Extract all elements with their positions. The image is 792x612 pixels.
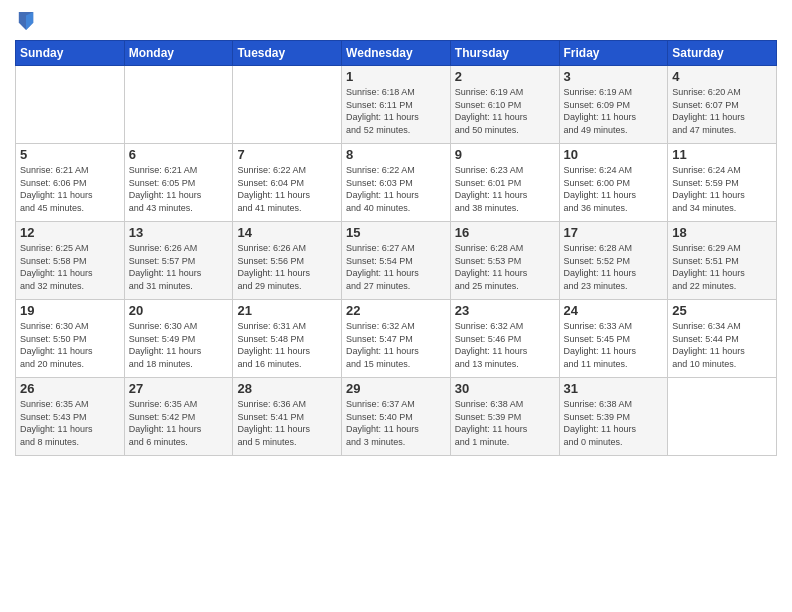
day-number: 27	[129, 381, 229, 396]
calendar-cell: 10Sunrise: 6:24 AM Sunset: 6:00 PM Dayli…	[559, 144, 668, 222]
day-info: Sunrise: 6:18 AM Sunset: 6:11 PM Dayligh…	[346, 86, 446, 136]
day-number: 5	[20, 147, 120, 162]
day-info: Sunrise: 6:36 AM Sunset: 5:41 PM Dayligh…	[237, 398, 337, 448]
calendar-cell: 11Sunrise: 6:24 AM Sunset: 5:59 PM Dayli…	[668, 144, 777, 222]
header-day: Wednesday	[342, 41, 451, 66]
calendar-cell: 15Sunrise: 6:27 AM Sunset: 5:54 PM Dayli…	[342, 222, 451, 300]
calendar-cell: 4Sunrise: 6:20 AM Sunset: 6:07 PM Daylig…	[668, 66, 777, 144]
calendar-cell: 29Sunrise: 6:37 AM Sunset: 5:40 PM Dayli…	[342, 378, 451, 456]
day-info: Sunrise: 6:37 AM Sunset: 5:40 PM Dayligh…	[346, 398, 446, 448]
day-info: Sunrise: 6:28 AM Sunset: 5:53 PM Dayligh…	[455, 242, 555, 292]
day-info: Sunrise: 6:34 AM Sunset: 5:44 PM Dayligh…	[672, 320, 772, 370]
calendar-cell: 3Sunrise: 6:19 AM Sunset: 6:09 PM Daylig…	[559, 66, 668, 144]
calendar-cell	[233, 66, 342, 144]
calendar-header: SundayMondayTuesdayWednesdayThursdayFrid…	[16, 41, 777, 66]
calendar-week-row: 1Sunrise: 6:18 AM Sunset: 6:11 PM Daylig…	[16, 66, 777, 144]
day-number: 14	[237, 225, 337, 240]
calendar-cell	[16, 66, 125, 144]
calendar-cell: 28Sunrise: 6:36 AM Sunset: 5:41 PM Dayli…	[233, 378, 342, 456]
calendar-table: SundayMondayTuesdayWednesdayThursdayFrid…	[15, 40, 777, 456]
header-day: Tuesday	[233, 41, 342, 66]
calendar-cell: 14Sunrise: 6:26 AM Sunset: 5:56 PM Dayli…	[233, 222, 342, 300]
calendar-cell: 18Sunrise: 6:29 AM Sunset: 5:51 PM Dayli…	[668, 222, 777, 300]
day-number: 13	[129, 225, 229, 240]
day-info: Sunrise: 6:24 AM Sunset: 6:00 PM Dayligh…	[564, 164, 664, 214]
day-info: Sunrise: 6:21 AM Sunset: 6:05 PM Dayligh…	[129, 164, 229, 214]
calendar-cell: 7Sunrise: 6:22 AM Sunset: 6:04 PM Daylig…	[233, 144, 342, 222]
day-number: 9	[455, 147, 555, 162]
calendar-cell: 30Sunrise: 6:38 AM Sunset: 5:39 PM Dayli…	[450, 378, 559, 456]
calendar-week-row: 19Sunrise: 6:30 AM Sunset: 5:50 PM Dayli…	[16, 300, 777, 378]
day-number: 24	[564, 303, 664, 318]
day-info: Sunrise: 6:20 AM Sunset: 6:07 PM Dayligh…	[672, 86, 772, 136]
calendar-cell	[668, 378, 777, 456]
day-info: Sunrise: 6:30 AM Sunset: 5:50 PM Dayligh…	[20, 320, 120, 370]
calendar-cell: 1Sunrise: 6:18 AM Sunset: 6:11 PM Daylig…	[342, 66, 451, 144]
logo	[15, 10, 37, 32]
day-number: 21	[237, 303, 337, 318]
calendar-cell: 26Sunrise: 6:35 AM Sunset: 5:43 PM Dayli…	[16, 378, 125, 456]
header	[15, 10, 777, 32]
day-info: Sunrise: 6:21 AM Sunset: 6:06 PM Dayligh…	[20, 164, 120, 214]
day-number: 23	[455, 303, 555, 318]
day-number: 1	[346, 69, 446, 84]
day-number: 30	[455, 381, 555, 396]
day-number: 11	[672, 147, 772, 162]
day-info: Sunrise: 6:23 AM Sunset: 6:01 PM Dayligh…	[455, 164, 555, 214]
calendar-week-row: 12Sunrise: 6:25 AM Sunset: 5:58 PM Dayli…	[16, 222, 777, 300]
calendar-cell: 8Sunrise: 6:22 AM Sunset: 6:03 PM Daylig…	[342, 144, 451, 222]
day-number: 18	[672, 225, 772, 240]
day-info: Sunrise: 6:26 AM Sunset: 5:56 PM Dayligh…	[237, 242, 337, 292]
calendar-cell: 6Sunrise: 6:21 AM Sunset: 6:05 PM Daylig…	[124, 144, 233, 222]
day-number: 8	[346, 147, 446, 162]
header-day: Monday	[124, 41, 233, 66]
calendar-cell: 23Sunrise: 6:32 AM Sunset: 5:46 PM Dayli…	[450, 300, 559, 378]
day-info: Sunrise: 6:38 AM Sunset: 5:39 PM Dayligh…	[564, 398, 664, 448]
header-day: Sunday	[16, 41, 125, 66]
day-info: Sunrise: 6:35 AM Sunset: 5:42 PM Dayligh…	[129, 398, 229, 448]
calendar-cell: 22Sunrise: 6:32 AM Sunset: 5:47 PM Dayli…	[342, 300, 451, 378]
day-info: Sunrise: 6:19 AM Sunset: 6:09 PM Dayligh…	[564, 86, 664, 136]
day-info: Sunrise: 6:22 AM Sunset: 6:04 PM Dayligh…	[237, 164, 337, 214]
calendar-cell: 5Sunrise: 6:21 AM Sunset: 6:06 PM Daylig…	[16, 144, 125, 222]
calendar-cell: 21Sunrise: 6:31 AM Sunset: 5:48 PM Dayli…	[233, 300, 342, 378]
day-info: Sunrise: 6:32 AM Sunset: 5:46 PM Dayligh…	[455, 320, 555, 370]
calendar-cell: 20Sunrise: 6:30 AM Sunset: 5:49 PM Dayli…	[124, 300, 233, 378]
day-number: 22	[346, 303, 446, 318]
calendar-cell: 27Sunrise: 6:35 AM Sunset: 5:42 PM Dayli…	[124, 378, 233, 456]
day-info: Sunrise: 6:38 AM Sunset: 5:39 PM Dayligh…	[455, 398, 555, 448]
calendar-cell: 2Sunrise: 6:19 AM Sunset: 6:10 PM Daylig…	[450, 66, 559, 144]
day-number: 19	[20, 303, 120, 318]
day-number: 12	[20, 225, 120, 240]
calendar-cell: 17Sunrise: 6:28 AM Sunset: 5:52 PM Dayli…	[559, 222, 668, 300]
day-number: 10	[564, 147, 664, 162]
calendar-week-row: 26Sunrise: 6:35 AM Sunset: 5:43 PM Dayli…	[16, 378, 777, 456]
calendar-cell: 12Sunrise: 6:25 AM Sunset: 5:58 PM Dayli…	[16, 222, 125, 300]
day-number: 20	[129, 303, 229, 318]
day-number: 25	[672, 303, 772, 318]
calendar-cell: 16Sunrise: 6:28 AM Sunset: 5:53 PM Dayli…	[450, 222, 559, 300]
calendar-week-row: 5Sunrise: 6:21 AM Sunset: 6:06 PM Daylig…	[16, 144, 777, 222]
day-info: Sunrise: 6:29 AM Sunset: 5:51 PM Dayligh…	[672, 242, 772, 292]
day-number: 15	[346, 225, 446, 240]
day-number: 2	[455, 69, 555, 84]
day-info: Sunrise: 6:26 AM Sunset: 5:57 PM Dayligh…	[129, 242, 229, 292]
day-info: Sunrise: 6:22 AM Sunset: 6:03 PM Dayligh…	[346, 164, 446, 214]
calendar-cell: 25Sunrise: 6:34 AM Sunset: 5:44 PM Dayli…	[668, 300, 777, 378]
day-info: Sunrise: 6:19 AM Sunset: 6:10 PM Dayligh…	[455, 86, 555, 136]
calendar-cell: 24Sunrise: 6:33 AM Sunset: 5:45 PM Dayli…	[559, 300, 668, 378]
header-day: Saturday	[668, 41, 777, 66]
day-info: Sunrise: 6:25 AM Sunset: 5:58 PM Dayligh…	[20, 242, 120, 292]
day-number: 28	[237, 381, 337, 396]
header-day: Friday	[559, 41, 668, 66]
header-day: Thursday	[450, 41, 559, 66]
day-info: Sunrise: 6:28 AM Sunset: 5:52 PM Dayligh…	[564, 242, 664, 292]
calendar-cell: 19Sunrise: 6:30 AM Sunset: 5:50 PM Dayli…	[16, 300, 125, 378]
header-row: SundayMondayTuesdayWednesdayThursdayFrid…	[16, 41, 777, 66]
page-container: SundayMondayTuesdayWednesdayThursdayFrid…	[0, 0, 792, 466]
calendar-cell: 13Sunrise: 6:26 AM Sunset: 5:57 PM Dayli…	[124, 222, 233, 300]
logo-icon	[17, 10, 35, 32]
day-info: Sunrise: 6:30 AM Sunset: 5:49 PM Dayligh…	[129, 320, 229, 370]
day-number: 4	[672, 69, 772, 84]
day-info: Sunrise: 6:31 AM Sunset: 5:48 PM Dayligh…	[237, 320, 337, 370]
